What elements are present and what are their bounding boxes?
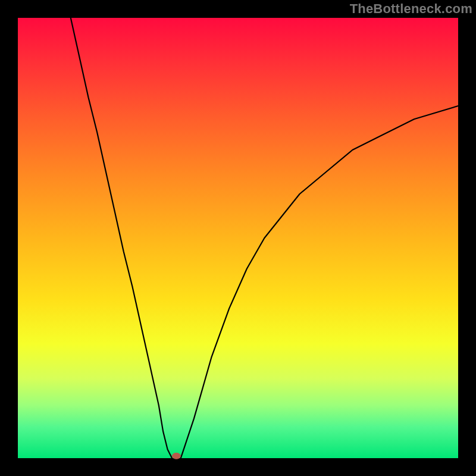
watermark-text: TheBottleneck.com <box>350 1 472 17</box>
curve-left-branch <box>71 18 172 458</box>
optimal-point-marker <box>172 453 180 459</box>
plot-svg <box>18 18 458 458</box>
chart-frame: TheBottleneck.com <box>0 0 476 476</box>
curve-right-branch <box>181 106 458 458</box>
plot-area <box>18 18 458 458</box>
